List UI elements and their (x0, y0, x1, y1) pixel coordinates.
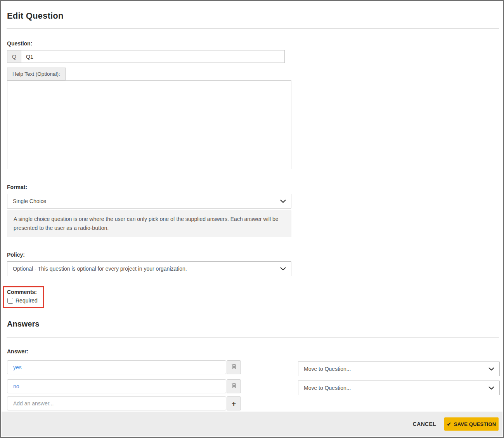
format-label: Format: (7, 184, 503, 190)
move-to-question-value: Move to Question... (304, 366, 351, 372)
chevron-down-icon (488, 367, 494, 371)
add-answer-button[interactable]: + (227, 396, 241, 410)
answer-input-yes[interactable] (7, 360, 226, 374)
comments-annotation-box: Comments: Required (3, 286, 44, 308)
chevron-down-icon (280, 267, 286, 271)
answers-divider (7, 337, 499, 338)
question-prefix-badge: Q (7, 50, 21, 63)
question-input[interactable] (21, 50, 285, 63)
question-label: Question: (7, 40, 503, 47)
delete-answer-button[interactable] (227, 360, 241, 374)
comments-required-checkbox[interactable] (7, 298, 13, 304)
plus-icon: + (232, 400, 236, 407)
move-to-question-select[interactable]: Move to Question... (298, 381, 500, 395)
trash-icon (231, 363, 237, 371)
move-to-question-select[interactable]: Move to Question... (298, 362, 500, 376)
policy-select-value: Optional - This question is optional for… (13, 266, 187, 272)
page-title: Edit Question (7, 11, 503, 21)
answers-heading: Answers (7, 320, 503, 328)
move-to-question-value: Move to Question... (304, 385, 351, 391)
format-description: A single choice question is one where th… (7, 210, 291, 237)
answer-row: Move to Question... (7, 358, 500, 376)
comments-required-option[interactable]: Required (7, 297, 38, 304)
add-answer-input[interactable] (7, 396, 226, 410)
title-divider (7, 28, 499, 29)
chevron-down-icon (488, 386, 494, 390)
help-text-label: Help Text (Optional): (7, 68, 66, 80)
help-text-textarea[interactable] (7, 80, 291, 169)
chevron-down-icon (280, 200, 286, 203)
add-answer-row: + (7, 396, 500, 410)
question-input-group: Q (7, 50, 285, 63)
cancel-button[interactable]: CANCEL (407, 417, 442, 431)
policy-label: Policy: (7, 252, 503, 258)
delete-answer-button[interactable] (227, 379, 241, 393)
comments-required-label: Required (16, 297, 38, 304)
edit-question-dialog: Edit Question Question: Q Help Text (Opt… (0, 0, 504, 438)
policy-select[interactable]: Optional - This question is optional for… (7, 261, 291, 276)
format-select-value: Single Choice (13, 198, 46, 204)
checkmark-icon: ✔ (447, 421, 451, 427)
format-select[interactable]: Single Choice (7, 194, 291, 209)
save-question-label: SAVE QUESTION (454, 421, 496, 427)
answer-row: Move to Question... (7, 377, 500, 395)
answer-input-no[interactable] (7, 379, 226, 393)
dialog-footer: CANCEL ✔ SAVE QUESTION (2, 412, 502, 436)
trash-icon (231, 382, 237, 390)
save-question-button[interactable]: ✔ SAVE QUESTION (444, 417, 499, 431)
comments-label: Comments: (7, 289, 38, 295)
answer-label: Answer: (7, 348, 503, 355)
